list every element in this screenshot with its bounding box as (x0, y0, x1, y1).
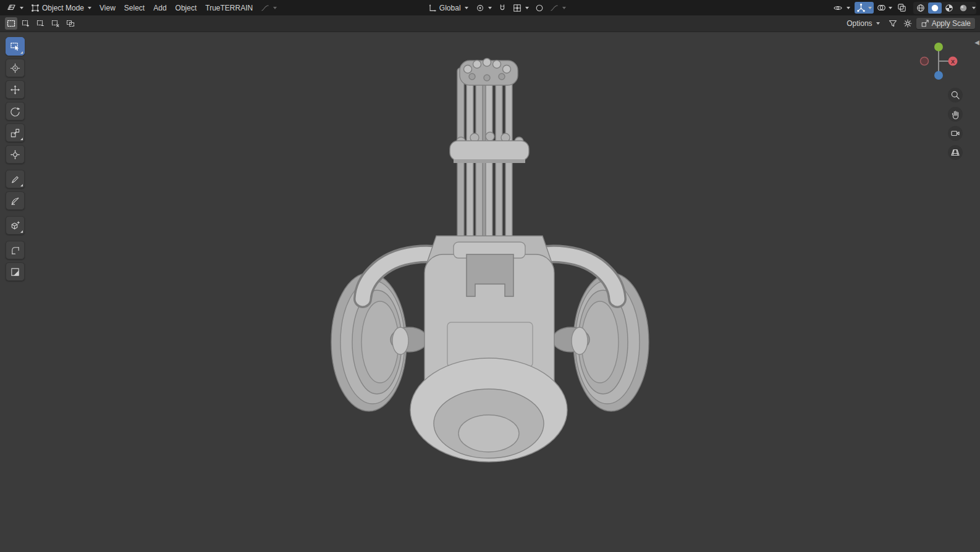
object-visibility-dropdown[interactable] (830, 2, 853, 14)
zoom-magnifier-icon (950, 90, 960, 100)
tool-transform[interactable] (6, 145, 25, 164)
pan-button[interactable] (948, 107, 963, 122)
header-center-group: Global (425, 2, 569, 14)
shading-rendered-button[interactable] (957, 2, 970, 14)
blender-window: Object Mode View Select Add Object TrueT… (0, 0, 980, 552)
select-subtract-icon (36, 19, 45, 28)
mode-selector[interactable]: Object Mode (28, 2, 95, 14)
add-cube-icon (10, 220, 20, 231)
select-extend-icon (22, 19, 30, 28)
tool-measure[interactable] (6, 191, 25, 210)
minigun-model[interactable] (0, 32, 980, 552)
tool-annotate[interactable] (6, 170, 25, 188)
select-mode-extend-button[interactable] (20, 17, 32, 30)
material-preview-shading-icon (945, 4, 953, 12)
shading-options-chevron-icon[interactable] (972, 7, 976, 9)
proportional-falloff-dropdown[interactable] (547, 2, 569, 14)
object-mode-icon (31, 4, 40, 12)
snap-toggle[interactable] (496, 2, 509, 14)
proportional-editing-toggle[interactable] (533, 2, 546, 14)
shading-material-button[interactable] (942, 2, 956, 14)
top-header-bar: Object Mode View Select Add Object TrueT… (0, 0, 980, 15)
zoom-button[interactable] (948, 88, 963, 102)
chevron-down-icon (562, 7, 566, 9)
extra-header-dropdown[interactable] (258, 2, 280, 14)
axis-x-negative-ball[interactable] (921, 57, 929, 65)
chevron-down-icon (273, 7, 277, 9)
wireframe-shading-icon (916, 4, 925, 12)
axis-z-ball[interactable] (934, 71, 943, 80)
pivot-point-icon (476, 4, 484, 12)
settings-gear-button[interactable] (902, 17, 914, 30)
apply-scale-button[interactable]: Apply Scale (916, 18, 975, 29)
tool-extra-2[interactable] (6, 262, 25, 281)
snap-target-dropdown[interactable] (510, 2, 532, 14)
menu-object[interactable]: Object (172, 2, 201, 14)
transform-orientation-dropdown[interactable]: Global (425, 2, 471, 14)
options-dropdown[interactable]: Options (842, 18, 884, 29)
axis-x-label: X (951, 59, 955, 65)
left-toolbar (6, 37, 25, 281)
select-mode-intersect-button[interactable] (64, 17, 77, 30)
chevron-down-icon (868, 7, 872, 9)
transform-icon (10, 149, 20, 160)
xray-icon (897, 3, 906, 12)
shading-solid-button[interactable] (928, 2, 942, 14)
tool-move[interactable] (6, 80, 25, 99)
orientation-label: Global (439, 4, 461, 12)
falloff-curve-icon (261, 4, 269, 12)
apply-scale-icon (921, 19, 929, 28)
chevron-down-icon (889, 7, 892, 9)
subtool-indicator (20, 138, 23, 140)
chevron-down-icon (488, 7, 492, 9)
menu-add[interactable]: Add (150, 2, 170, 14)
show-overlays-toggle[interactable] (875, 2, 894, 14)
subtool-indicator (20, 230, 23, 233)
measure-protractor-icon (10, 196, 20, 206)
pan-hand-icon (950, 109, 960, 119)
select-mode-group (5, 17, 77, 30)
gear-icon (903, 19, 912, 28)
viewport-shading-group (913, 2, 976, 14)
sidebar-collapse-arrow[interactable]: ◀ (974, 40, 979, 46)
tool-scale[interactable] (6, 123, 25, 142)
chevron-down-icon (876, 22, 880, 25)
select-mode-subtract-button[interactable] (35, 17, 47, 30)
show-gizmo-toggle[interactable] (855, 2, 874, 14)
right-wheel (552, 273, 649, 411)
select-box-icon (10, 41, 20, 52)
xray-toggle[interactable] (895, 2, 908, 14)
select-mode-set-button[interactable] (5, 17, 17, 30)
tool-add-cube[interactable] (6, 216, 25, 235)
tool-settings-bar: Options Apply Scale (0, 15, 980, 32)
editor-type-button[interactable] (4, 2, 27, 14)
right-hub (572, 327, 588, 354)
tool-cursor[interactable] (6, 59, 25, 77)
header-right-group (830, 2, 976, 14)
tool-select-box[interactable] (6, 37, 25, 56)
filter-button[interactable] (887, 17, 899, 30)
3d-cursor-icon (10, 63, 20, 73)
menu-select[interactable]: Select (120, 2, 148, 14)
barrel-clamp-ring (450, 132, 529, 163)
snap-grid-icon (513, 4, 522, 12)
select-mode-invert-button[interactable] (49, 17, 62, 30)
camera-icon (950, 128, 960, 138)
menu-view[interactable]: View (96, 2, 119, 14)
chevron-down-icon (525, 7, 529, 9)
camera-view-button[interactable] (948, 126, 963, 141)
viewport-canvas[interactable]: X ◀ (0, 32, 980, 552)
shading-wireframe-button[interactable] (914, 2, 927, 14)
chevron-down-icon (465, 7, 468, 9)
3d-viewport-editor-icon (7, 3, 16, 12)
menu-trueterrain[interactable]: TrueTERRAIN (201, 2, 256, 14)
tool-extra-1[interactable] (6, 241, 25, 259)
tool-rotate[interactable] (6, 102, 25, 120)
rendered-shading-icon (959, 4, 968, 12)
axis-y-positive-ball[interactable] (934, 43, 943, 51)
pivot-point-dropdown[interactable] (473, 2, 495, 14)
navigation-gizmo[interactable]: X (918, 41, 959, 82)
perspective-grid-icon (950, 148, 960, 157)
mode-label: Object Mode (42, 4, 84, 12)
toggle-orthographic-button[interactable] (948, 145, 963, 160)
